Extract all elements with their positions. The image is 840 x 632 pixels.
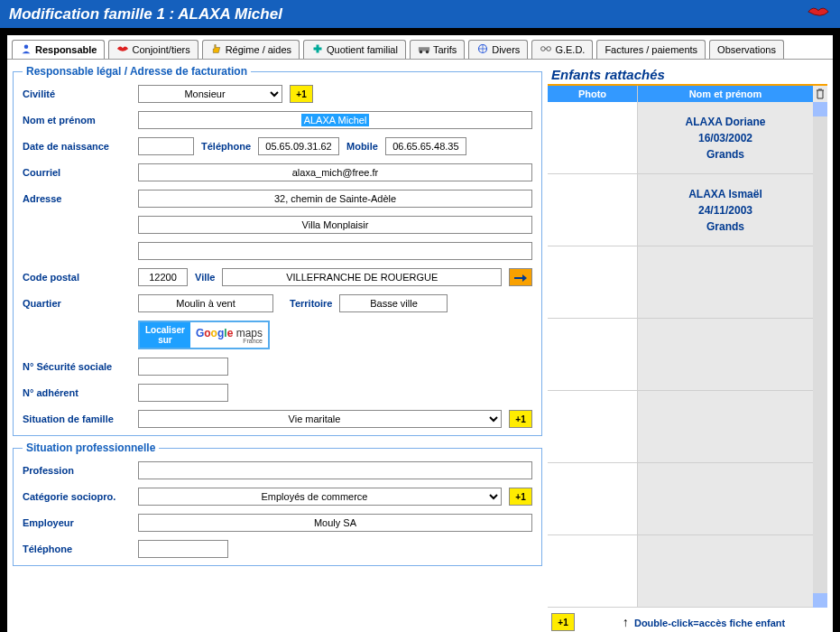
input-employeur[interactable] [138,514,532,532]
scrollbar[interactable] [813,102,827,608]
lookup-city-button[interactable] [509,268,532,286]
tab-divers[interactable]: Divers [468,40,528,59]
label-civilite: Civilité [23,88,131,99]
children-hint: Double-click=accès fiche enfant [634,618,785,628]
tab-factures[interactable]: Factures / paiements [596,40,706,59]
fieldset-professionnelle: Situation professionnelle Profession Cat… [13,441,542,566]
window-title: Modification famille 1 : ALAXA Michel [9,5,282,23]
select-civilite[interactable]: Monsieur [138,85,282,103]
label-situation: Situation de famille [23,414,131,424]
label-quartier: Quartier [23,298,131,309]
lips-icon [116,43,129,56]
delete-icon[interactable] [813,86,827,102]
child-row-empty [548,319,813,391]
svg-point-5 [426,51,429,54]
input-prof-telephone[interactable] [138,540,228,558]
label-adherent: N° adhérent [23,387,131,398]
child-dob: 16/03/2002 [698,130,752,146]
add-civilite-button[interactable]: +1 [290,85,313,103]
child-dob: 24/11/2003 [698,202,752,218]
label-categorie: Catégorie sociopro. [23,491,131,502]
label-courriel: Courriel [23,167,131,178]
glasses-icon [540,43,552,56]
input-adresse1[interactable] [138,190,532,208]
label-adresse: Adresse [23,193,131,204]
child-row[interactable]: ALAXA Ismaël 24/11/2003 Grands [548,174,813,246]
tab-ged[interactable]: G.E.D. [531,40,593,59]
child-group: Grands [706,218,744,235]
label-employeur: Employeur [23,517,131,528]
add-categorie-button[interactable]: +1 [509,488,532,506]
svg-point-7 [541,47,546,51]
svg-point-4 [420,51,423,54]
label-secu: N° Sécurité sociale [23,361,131,372]
child-group: Grands [706,146,744,163]
tab-bar: Responsable Conjoint/tiers Régime / aide… [7,35,833,60]
child-row-empty [548,535,813,608]
input-codepostal[interactable] [138,268,188,286]
children-table-body: ALAXA Doriane 16/03/2002 Grands A [548,102,827,608]
add-situation-button[interactable]: +1 [509,410,532,428]
input-courriel[interactable] [138,163,532,181]
legend-responsable: Responsable légal / Adresse de facturati… [23,65,251,78]
input-telephone[interactable] [258,137,339,155]
hand-point-icon [513,272,528,283]
tab-regime[interactable]: Régime / aides [202,40,300,59]
input-adresse2[interactable] [138,216,532,234]
input-adherent[interactable] [138,384,228,402]
child-row-empty [548,391,813,463]
input-nom[interactable]: ALAXA Michel [138,111,532,129]
label-territoire: Territoire [290,298,332,309]
person-icon [20,43,32,56]
input-profession[interactable] [138,461,532,479]
label-profession: Profession [23,465,131,476]
input-territoire[interactable] [339,294,448,312]
select-categorie[interactable]: Employés de commerce [138,488,502,506]
arrow-up-icon: ↑ [623,615,629,629]
svg-point-8 [547,47,551,51]
children-table-header: Photo Nom et prénom [548,86,827,102]
label-codepostal: Code postal [23,272,131,283]
plus-icon [311,43,324,56]
svg-point-0 [24,45,29,50]
label-naissance: Date de naissance [23,141,131,152]
select-situation[interactable]: Vie maritale [138,410,502,428]
label-ville: Ville [195,272,215,283]
input-ville[interactable] [222,268,502,286]
input-quartier[interactable] [138,294,273,312]
child-photo-cell [548,174,638,246]
car-icon [418,43,430,56]
tab-quotient[interactable]: Quotient familial [303,40,406,59]
col-header-nom: Nom et prénom [638,86,813,102]
globe-icon [476,43,489,56]
google-maps-logo: Google maps France [190,324,268,346]
child-row[interactable]: ALAXA Doriane 16/03/2002 Grands [548,102,813,174]
fieldset-responsable: Responsable légal / Adresse de facturati… [13,65,542,436]
tab-tarifs[interactable]: Tarifs [410,40,465,59]
child-photo-cell [548,102,638,173]
child-row-empty [548,246,813,319]
label-prof-telephone: Téléphone [23,544,131,554]
add-child-button[interactable]: +1 [551,613,575,631]
svg-rect-2 [314,48,322,51]
legend-professionnelle: Situation professionnelle [23,441,159,454]
input-mobile[interactable] [385,137,466,155]
tab-responsable[interactable]: Responsable [12,40,105,59]
child-row-empty [548,463,813,535]
tab-conjoint[interactable]: Conjoint/tiers [108,40,198,59]
lips-icon [806,4,831,24]
label-nom: Nom et prénom [23,115,131,125]
children-title: Enfants rattachés [548,65,827,84]
child-name: ALAXA Doriane [686,114,766,130]
label-mobile: Mobile [346,141,378,152]
tab-observations[interactable]: Observations [709,40,784,59]
locate-googlemaps-button[interactable]: Localisersur Google maps France [138,321,270,349]
hand-icon [210,43,223,56]
input-adresse3[interactable] [138,242,532,260]
input-naissance[interactable] [138,137,194,155]
child-name: ALAXA Ismaël [688,186,762,202]
col-header-photo: Photo [548,86,638,102]
input-secu[interactable] [138,358,228,376]
title-bar: Modification famille 1 : ALAXA Michel [0,0,840,28]
label-telephone: Téléphone [201,141,251,152]
